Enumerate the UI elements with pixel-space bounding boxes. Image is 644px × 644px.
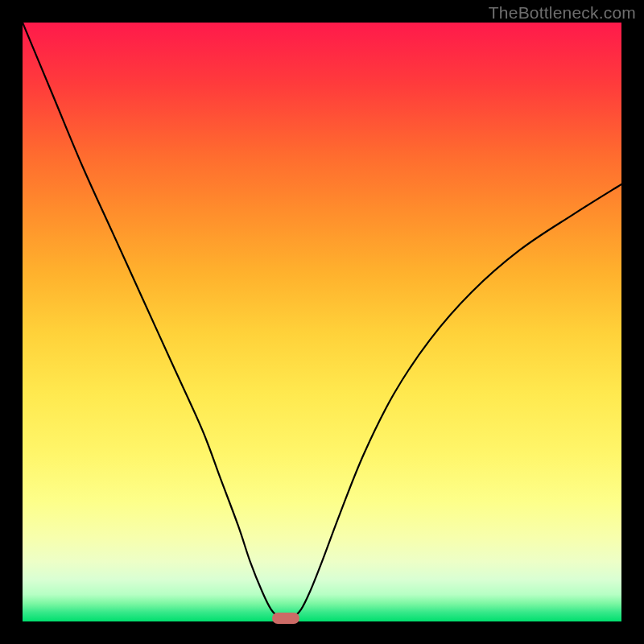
minimum-marker xyxy=(272,613,299,624)
watermark-text: TheBottleneck.com xyxy=(489,3,636,23)
bottleneck-curve-path xyxy=(23,23,621,621)
curve-svg xyxy=(23,23,621,621)
chart-frame: TheBottleneck.com xyxy=(0,0,644,644)
plot-area xyxy=(23,23,621,621)
